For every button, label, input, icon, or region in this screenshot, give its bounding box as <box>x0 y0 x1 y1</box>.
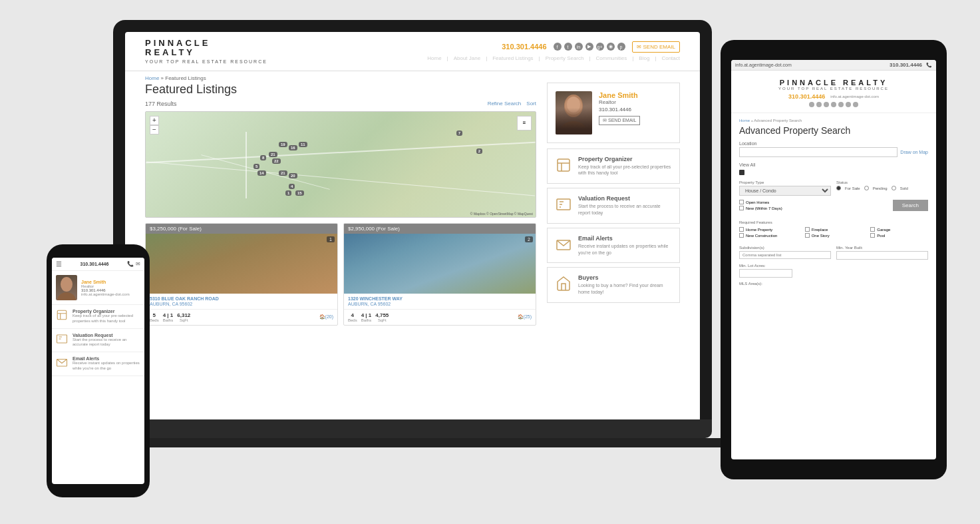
listing-card-1[interactable]: $3,250,000 (For Sale) 1 5310 BLUE OAK RA… <box>145 223 338 326</box>
card-beds-2: 4 Beds <box>348 312 357 322</box>
tablet-fireplace-checkbox[interactable] <box>805 227 810 232</box>
youtube-icon[interactable]: ▶ <box>585 43 593 51</box>
linkedin-icon[interactable]: in <box>575 43 583 51</box>
phone-menu-icon[interactable]: ☰ <box>56 260 62 268</box>
tablet-youtube-icon[interactable] <box>831 102 836 107</box>
sidebar-widget-valuation-request[interactable]: Valuation Request Start the process to r… <box>547 188 680 224</box>
tablet-open-homes-checkbox[interactable] <box>739 200 744 204</box>
logo-title: PINNACLE REALTY <box>145 39 267 58</box>
map-layers-button[interactable]: ≡ <box>517 116 532 131</box>
tablet-property-type-field: Property Type House / Condo <box>739 180 831 196</box>
tablet-instagram-icon[interactable] <box>846 102 851 107</box>
tablet-min-lot-input[interactable] <box>739 269 792 278</box>
header-phone[interactable]: 310.301.4446 <box>502 43 546 51</box>
tablet-pinterest-icon[interactable] <box>853 102 858 107</box>
map-marker-16[interactable]: 16 <box>289 145 297 150</box>
card-city-1: AUBURN, CA 95602 <box>146 302 337 309</box>
tablet-sold-radio[interactable] <box>892 186 896 190</box>
tablet-for-sale-label: For Sale <box>845 186 860 190</box>
tablet-new-7days-checkbox[interactable] <box>739 206 744 210</box>
map-marker-19[interactable]: 19 <box>279 142 287 147</box>
agent-email-button[interactable]: ✉ SEND EMAIL <box>599 116 640 125</box>
map-marker-5[interactable]: 5 <box>253 164 259 169</box>
tablet-breadcrumb-home[interactable]: Home <box>739 119 750 123</box>
facebook-icon[interactable]: f <box>554 43 562 51</box>
tablet-phone-big[interactable]: 310.301.4446 <box>788 93 825 100</box>
tablet-pending-label: Pending <box>873 186 888 190</box>
nav-about[interactable]: About Jane <box>454 55 480 61</box>
map-container[interactable]: 7 19 16 11 21 8 22 2 5 21 20 14 <box>145 111 536 218</box>
agent-name: Jane Smith <box>599 91 671 99</box>
sidebar-widget-email-alerts[interactable]: Email Alerts Receive instant updates on … <box>547 228 680 264</box>
phone-widget-email-alerts[interactable]: Email Alerts Receive instant updates on … <box>52 352 144 376</box>
map-marker-21b[interactable]: 21 <box>279 170 287 176</box>
tablet-linkedin-icon[interactable] <box>824 102 829 107</box>
nav-home[interactable]: Home <box>427 55 441 61</box>
nav-blog[interactable]: Blog <box>639 55 649 61</box>
phone-widget-valuation-request[interactable]: Valuation Request Start the process to r… <box>52 329 144 353</box>
map-marker-22[interactable]: 22 <box>272 158 281 164</box>
tablet-property-type-select[interactable]: House / Condo <box>739 186 831 196</box>
agent-phone[interactable]: 310.301.4446 <box>599 107 671 113</box>
map-marker-1[interactable]: 1 <box>285 190 291 196</box>
phone-email-icon[interactable]: ✉ <box>136 261 140 267</box>
zoom-in-button[interactable]: + <box>150 116 159 125</box>
tablet-phone-header[interactable]: 310.301.4446 <box>890 62 922 68</box>
phone-widget-content-1: Property Organizer Keep track of all you… <box>73 309 140 324</box>
refine-search-button[interactable]: Refine Search <box>488 101 522 107</box>
tablet-min-year-input[interactable] <box>836 251 928 260</box>
nav-communities[interactable]: Communities <box>596 55 627 61</box>
map-marker-14[interactable]: 14 <box>257 170 266 176</box>
breadcrumb-home[interactable]: Home <box>145 75 159 81</box>
map-marker-11[interactable]: 11 <box>299 142 307 147</box>
map-marker-7[interactable]: 7 <box>456 131 462 136</box>
tablet-search-button[interactable]: Search <box>893 200 928 211</box>
instagram-icon[interactable]: ◉ <box>607 43 615 51</box>
map-marker-4[interactable]: 4 <box>289 184 295 189</box>
tablet-one-story-checkbox[interactable] <box>805 233 810 238</box>
tablet-facebook-icon[interactable] <box>809 102 814 107</box>
nav-search[interactable]: Property Search <box>546 55 584 61</box>
tablet-type-status-row: Property Type House / Condo Status For S… <box>739 180 928 196</box>
twitter-icon[interactable]: t <box>564 43 572 51</box>
tablet-gplus-icon[interactable] <box>838 102 844 107</box>
map-marker-20[interactable]: 20 <box>289 173 297 178</box>
phone-device: ☰ 310.301.4446 📞 ✉ Jane Smith Realto <box>47 244 150 497</box>
tablet-home-property-checkbox[interactable] <box>739 227 744 232</box>
tablet-home-property-check: Home Property <box>739 227 797 232</box>
phone-call-icon[interactable]: 📞 <box>127 261 134 267</box>
map-marker-21[interactable]: 21 <box>269 152 277 157</box>
map-marker-8[interactable]: 8 <box>260 155 266 160</box>
zoom-out-button[interactable]: − <box>150 125 159 134</box>
tablet-new-construction-check: New Construction <box>739 233 797 238</box>
listing-card-2[interactable]: $2,950,000 (For Sale) 2 1320 WINCHESTER … <box>343 223 536 326</box>
tablet-pool-checkbox[interactable] <box>870 233 875 238</box>
send-email-button[interactable]: ✉ SEND EMAIL <box>632 41 680 53</box>
tablet-location-input[interactable] <box>739 147 898 157</box>
listings-area: Featured Listings 177 Results Refine Sea… <box>145 83 536 326</box>
tablet-view-all-checkbox[interactable] <box>739 170 744 175</box>
tablet-pending-radio[interactable] <box>864 186 869 190</box>
tablet-for-sale-radio[interactable] <box>836 186 841 190</box>
laptop-device: PINNACLE REALTY YOUR TOP REAL ESTATE RES… <box>113 20 712 473</box>
agent-card: Jane Smith Realtor 310.301.4446 ✉ SEND E… <box>547 83 680 143</box>
tablet-twitter-icon[interactable] <box>816 102 822 107</box>
map-marker-2[interactable]: 2 <box>476 148 482 154</box>
gplus-icon[interactable]: g+ <box>596 43 604 51</box>
tablet-new-construction-checkbox[interactable] <box>739 233 744 238</box>
tablet-draw-on-map[interactable]: Draw on Map <box>900 150 928 154</box>
phone-widget-property-organizer[interactable]: Property Organizer Keep track of all you… <box>52 305 144 329</box>
sidebar-widget-buyers[interactable]: Buyers Looking to buy a home? Find your … <box>547 267 680 303</box>
sidebar-widget-property-organizer[interactable]: Property Organizer Keep track of all you… <box>547 148 680 184</box>
map-marker-15[interactable]: 15 <box>295 190 304 196</box>
tablet-garage-checkbox[interactable] <box>870 227 875 232</box>
sidebar-widget-content-1: Property Organizer Keep track of all you… <box>578 156 673 177</box>
tablet-view-all-checkbox-row <box>739 170 928 175</box>
phone-valuation-request-icon <box>56 333 69 346</box>
sort-button[interactable]: Sort <box>526 101 536 107</box>
nav-featured[interactable]: Featured Listings <box>492 55 533 61</box>
phone-number[interactable]: 310.301.4446 <box>81 262 109 266</box>
tablet-subdivision-input[interactable] <box>739 251 831 259</box>
pinterest-icon[interactable]: p <box>617 43 625 51</box>
nav-contact[interactable]: Contact <box>661 55 680 61</box>
